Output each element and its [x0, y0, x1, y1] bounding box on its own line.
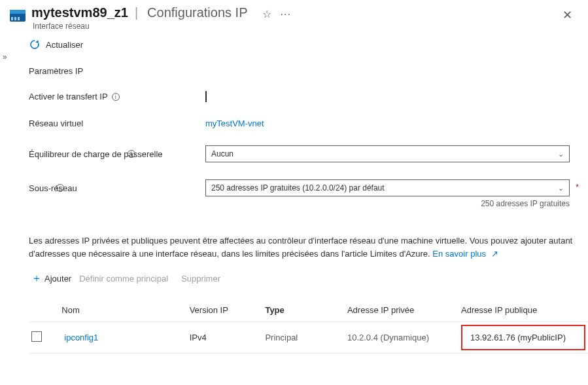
- blade-title: Configurations IP: [147, 5, 247, 20]
- refresh-icon: [29, 39, 41, 50]
- svg-rect-3: [14, 17, 16, 20]
- delete-label: Supprimer: [181, 274, 220, 284]
- col-type-header[interactable]: Type: [262, 300, 345, 322]
- chevron-down-icon: ⌄: [558, 184, 564, 192]
- title-separator: |: [135, 5, 138, 20]
- col-private-header[interactable]: Adresse IP privée: [345, 300, 458, 322]
- ipconfig-public-highlight: 13.92.61.76 (myPublicIP): [461, 325, 585, 350]
- subnet-select[interactable]: 250 adresses IP gratuites (10.2.0.0/24) …: [205, 179, 570, 196]
- subnet-value: 250 adresses IP gratuites (10.2.0.0/24) …: [211, 183, 385, 192]
- chevron-down-icon: ⌄: [558, 150, 564, 158]
- subnet-hint: 250 adresses IP gratuites: [29, 199, 588, 208]
- gateway-lb-value: Aucun: [211, 149, 233, 158]
- col-version-header[interactable]: Version IP: [187, 300, 263, 322]
- plus-icon: ＋: [31, 272, 42, 285]
- gateway-lb-label: Équilibreur de charge de passerelle: [29, 149, 163, 159]
- ipconfig-name-link[interactable]: ipconfig1: [64, 333, 98, 342]
- info-icon[interactable]: i: [128, 150, 135, 158]
- expand-sidebar-icon[interactable]: »: [3, 52, 5, 62]
- info-icon[interactable]: i: [112, 93, 120, 101]
- refresh-label: Actualiser: [46, 40, 83, 50]
- vnet-label: Réseau virtuel: [29, 119, 205, 128]
- col-name-header[interactable]: Nom: [61, 300, 186, 322]
- more-icon[interactable]: ···: [281, 9, 291, 20]
- external-link-icon: ↗: [491, 249, 498, 259]
- add-button[interactable]: ＋ Ajouter: [29, 270, 74, 287]
- ipconfig-type: Principal: [262, 322, 345, 354]
- svg-rect-2: [11, 17, 13, 20]
- required-indicator: *: [576, 182, 579, 192]
- resource-name: mytestvm89_z1: [31, 5, 128, 20]
- row-checkbox[interactable]: [31, 331, 42, 342]
- ipconfig-private: 10.2.0.4 (Dynamique): [345, 322, 458, 354]
- close-icon[interactable]: ✕: [559, 5, 576, 25]
- favorite-icon[interactable]: ☆: [262, 8, 271, 20]
- table-row[interactable]: ipconfig1 IPv4 Principal 10.2.0.4 (Dynam…: [29, 322, 588, 354]
- ip-settings-heading: Paramètres IP: [29, 66, 588, 76]
- info-icon[interactable]: i: [56, 184, 64, 192]
- refresh-button[interactable]: Actualiser: [29, 39, 588, 50]
- subnet-label: Sous-réseau: [29, 183, 77, 193]
- learn-more-link[interactable]: En savoir plus: [432, 249, 486, 259]
- network-interface-icon: [9, 9, 26, 22]
- set-primary-label: Définir comme principal: [79, 274, 168, 284]
- gateway-lb-select[interactable]: Aucun ⌄: [205, 145, 570, 162]
- ip-forwarding-checkbox[interactable]: [205, 91, 207, 102]
- set-primary-button: Définir comme principal: [77, 272, 171, 285]
- svg-rect-4: [18, 17, 20, 20]
- vnet-link[interactable]: myTestVM-vnet: [205, 119, 264, 128]
- ip-config-table: Nom Version IP Type Adresse IP privée Ad…: [29, 300, 588, 354]
- ipconfig-version: IPv4: [187, 322, 263, 354]
- add-label: Ajouter: [44, 274, 71, 284]
- resource-type-subtitle: Interface réseau: [33, 22, 291, 31]
- svg-rect-1: [10, 10, 26, 14]
- ip-forwarding-label: Activer le transfert IP: [29, 92, 108, 101]
- delete-button: Supprimer: [179, 272, 223, 285]
- col-public-header[interactable]: Adresse IP publique: [458, 300, 588, 322]
